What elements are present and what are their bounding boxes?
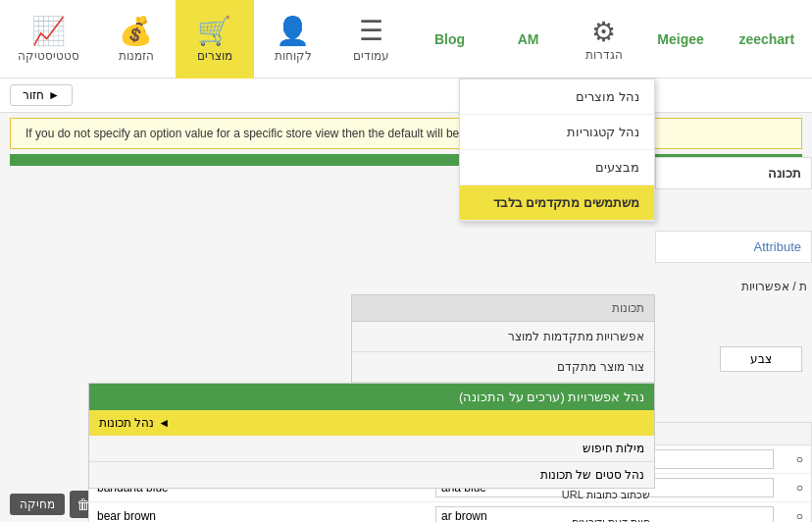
back-arrow-icon: ► [48,88,60,102]
attribute-badge: Attribute [655,231,812,263]
right-panel-header: תכונה [655,157,812,189]
products-dropdown-menu: נהל מוצרים נהל קטגוריות מבצעים משתמשים מ… [459,78,655,222]
nav-orders[interactable]: 💰 הזמנות [97,0,176,78]
radio-3[interactable]: ○ [774,509,803,522]
manage-store-templates[interactable]: נהל סטים של תכונות [89,462,654,488]
manage-arrow-icon: ◄ [158,416,170,430]
dropdown-manage-categories[interactable]: נהל קטגוריות [460,115,654,150]
color-label: צבע [720,346,802,372]
advanced-panel-header: תכונות [352,295,654,322]
manage-templates-bar[interactable]: ◄ נהל תכונות [89,410,654,436]
col-header-radio [774,427,803,441]
templates-section: נהל אפשרויות (ערכים על התכונה) ◄ נהל תכו… [88,383,655,489]
dropdown-inventory[interactable]: מבצעים [460,150,654,185]
dropdown-advanced-users[interactable]: משתמשים מתקדמים בלבד [460,185,654,221]
nav-statistics[interactable]: 📈 סטטיסטיקה [0,0,97,78]
cell-hebrew-3: bear brown [97,509,435,522]
templates-search: מילות חיפוש [89,436,654,462]
nav-customers[interactable]: 👤 לקוחות [254,0,332,78]
nav-products[interactable]: 🛒 מוצרים [176,0,254,78]
gear-icon: ⚙ [591,16,616,48]
table-row: ○ bear brown [89,502,811,522]
products-icon: 🛒 [197,15,231,47]
nav-meigee[interactable]: Meigee [640,0,722,78]
delete-button-1[interactable]: מחיקה [10,494,65,515]
dropdown-manage-products[interactable]: נהל מוצרים [460,79,654,115]
nav-settings[interactable]: ⚙ הגדרות [568,0,640,78]
nav-am[interactable]: AM [489,0,568,78]
nav-pages[interactable]: ☰ עמודים [332,0,411,78]
statistics-icon: 📈 [31,15,66,47]
nav-zeechart[interactable]: zeechart [722,0,812,78]
info-message: If you do not specify an option value fo… [10,118,802,149]
advanced-panel-item-create[interactable]: צור מוצר מתקדם [352,352,654,383]
delete-buttons-panel: 🗑 מחיקה 🗑 מחיקה 🗑 מחיקה [10,491,97,522]
back-bar: ► חזור [0,78,812,113]
radio-1[interactable]: ○ [774,452,803,466]
main-content: ► חזור If you do not specify an option v… [0,78,812,522]
advanced-panel-item-options[interactable]: אפשרויות מתקדמות למוצר [352,322,654,352]
label-opinion: חוות דעת ודירוגים [562,508,650,522]
advanced-options-panel: תכונות אפשרויות מתקדמות למוצר צור מוצר מ… [351,294,655,384]
top-navigation: zeechart Meigee ⚙ הגדרות AM Blog ☰ עמודי… [0,0,812,78]
orders-icon: 💰 [119,15,153,47]
radio-2[interactable]: ○ [774,481,803,495]
pages-icon: ☰ [359,15,383,47]
delete-row-1: 🗑 מחיקה [10,491,97,518]
customers-icon: 👤 [276,15,310,47]
nav-blog[interactable]: Blog [411,0,489,78]
templates-header: נהל אפשרויות (ערכים על התכונה) [89,384,654,410]
back-button[interactable]: ► חזור [10,84,73,106]
permissions-text: ת / אפשרויות [741,280,807,293]
